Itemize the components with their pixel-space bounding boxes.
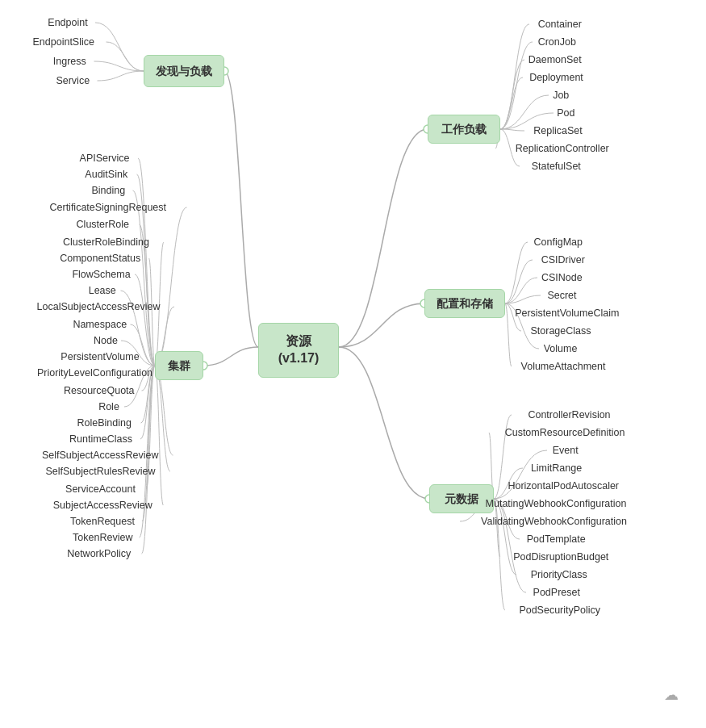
leaf-TokenReview: TokenReview [66,529,140,546]
leaf-HorizontalPodAutoscaler: HorizontalPodAutoscaler [491,478,637,494]
leaf-Ingress: Ingress [45,53,94,69]
center-node: 资源 (v1.17) [258,323,339,378]
leaf-ComponentStatus: ComponentStatus [52,250,149,266]
leaf-PersistentVolume: PersistentVolume [48,349,152,365]
leaf-PodPreset: PodPreset [526,584,587,600]
leaf-PersistentVolumeClaim: PersistentVolumeClaim [500,305,634,321]
leaf-Volume: Volume [539,341,582,357]
leaf-APIService: APIService [71,150,138,166]
leaf-CronJob: CronJob [533,34,582,50]
leaf-Job: Job [549,87,574,103]
leaf-Container: Container [529,16,591,32]
leaf-Pod: Pod [554,105,579,121]
leaf-NetworkPolicy: NetworkPolicy [56,546,142,562]
leaf-CustomResourceDefinition: CustomResourceDefinition [489,425,641,441]
leaf-PodDisruptionBudget: PodDisruptionBudget [500,549,622,565]
leaf-ClusterRoleBinding: ClusterRoleBinding [48,234,164,250]
leaf-ReplicaSet: ReplicaSet [524,123,591,139]
leaf-Namespace: Namespace [69,316,131,333]
leaf-PriorityLevelConfiguration: PriorityLevelConfiguration [13,365,177,381]
leaf-SubjectAccessReview: SubjectAccessReview [42,497,164,513]
leaf-Secret: Secret [541,287,583,303]
leaf-TokenRequest: TokenRequest [63,513,142,529]
leaf-SelfSubjectAccessReview: SelfSubjectAccessReview [27,447,173,463]
leaf-DaemonSet: DaemonSet [524,52,586,68]
watermark: ☁ [664,686,682,704]
leaf-ConfigMap: ConfigMap [528,234,589,250]
leaf-PodSecurityPolicy: PodSecurityPolicy [505,602,615,618]
leaf-LocalSubjectAccessReview: LocalSubjectAccessReview [23,299,174,315]
leaf-Binding: Binding [84,182,133,199]
watermark-icon: ☁ [664,686,679,704]
leaf-CSIDriver: CSIDriver [533,252,594,268]
leaf-Deployment: Deployment [523,69,590,86]
leaf-SelfSubjectRulesReview: SelfSubjectRulesReview [31,463,170,479]
cat-workload: 工作负载 [428,115,500,144]
leaf-ReplicationController: ReplicationController [495,140,629,157]
leaf-StatefulSet: StatefulSet [520,158,593,174]
cat-config: 配置和存储 [424,289,505,318]
leaf-PodTemplate: PodTemplate [520,531,593,547]
leaf-CSINode: CSINode [537,270,587,286]
leaf-StorageClass: StorageClass [521,323,600,339]
leaf-ControllerRevision: ControllerRevision [512,407,627,423]
leaf-Event: Event [547,442,584,458]
leaf-Node: Node [90,333,121,349]
leaf-RuntimeClass: RuntimeClass [61,431,140,447]
leaf-Endpoint: Endpoint [40,15,95,31]
leaf-ClusterRole: ClusterRole [66,216,140,232]
leaf-EndpointSlice: EndpointSlice [21,34,107,50]
leaf-ResourceQuota: ResourceQuota [56,383,142,399]
mindmap-container: 资源 (v1.17)发现与负载EndpointEndpointSliceIngr… [0,0,706,728]
leaf-RoleBinding: RoleBinding [68,415,141,431]
leaf-Service: Service [48,73,98,89]
leaf-Lease: Lease [84,282,121,299]
leaf-FlowSchema: FlowSchema [68,266,135,282]
leaf-LimitRange: LimitRange [523,460,590,476]
leaf-ServiceAccount: ServiceAccount [55,481,146,497]
leaf-AuditSink: AuditSink [76,166,137,182]
leaf-ValidatingWebhookConfiguration: ValidatingWebhookConfiguration [460,513,648,529]
leaf-Role: Role [94,399,124,415]
leaf-VolumeAttachment: VolumeAttachment [512,358,615,374]
leaf-PriorityClass: PriorityClass [516,567,602,583]
cat-discovery: 发现与负载 [144,55,224,87]
leaf-MutatingWebhookConfiguration: MutatingWebhookConfiguration [468,496,644,512]
leaf-CertificateSigningRequest: CertificateSigningRequest [29,199,187,215]
